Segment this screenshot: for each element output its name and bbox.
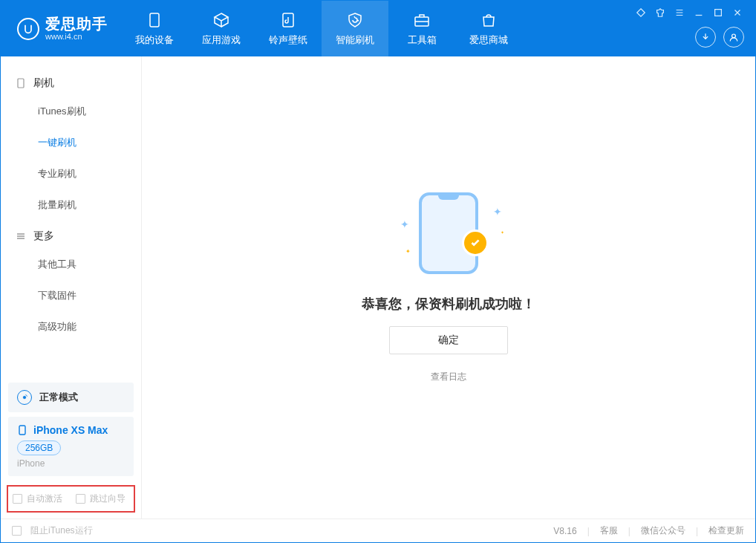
checkmark-badge-icon [462,230,489,256]
sidebar-group-more: 更多 [1,221,141,249]
cube-icon [212,10,231,30]
nav-smart-flash[interactable]: 智能刷机 [322,1,388,56]
device-card[interactable]: iPhone XS Max 256GB iPhone [8,417,134,476]
svg-point-4 [732,34,736,38]
sidebar-group-flash: 刷机 [1,68,141,96]
body: 刷机 iTunes刷机 一键刷机 专业刷机 批量刷机 更多 其他工具 下载固件 … [1,56,755,518]
svg-rect-7 [19,426,25,435]
device-phone-icon [17,425,27,435]
device-storage: 256GB [17,440,61,455]
checkbox-block-itunes[interactable]: 阻止iTunes运行 [12,524,93,537]
sidebar-item-other-tools[interactable]: 其他工具 [1,249,141,280]
briefcase-icon [412,10,431,30]
sidebar-item-download-firmware[interactable]: 下载固件 [1,280,141,311]
svg-rect-5 [18,79,24,88]
checkbox-skip-guide[interactable]: 跳过向导 [76,492,126,505]
header: 爱思助手 www.i4.cn 我的设备 应用游戏 铃声壁纸 智能刷机 [1,1,755,56]
logo[interactable]: 爱思助手 www.i4.cn [1,1,121,56]
nav-ringtones-wallpapers[interactable]: 铃声壁纸 [255,1,322,56]
maximize-icon[interactable] [712,7,724,19]
sidebar-item-pro-flash[interactable]: 专业刷机 [1,158,141,189]
view-log-link[interactable]: 查看日志 [431,371,466,383]
app-window: 爱思助手 www.i4.cn 我的设备 应用游戏 铃声壁纸 智能刷机 [0,0,756,543]
statusbar: 阻止iTunes运行 V8.16 | 客服 | 微信公众号 | 检查更新 [1,518,755,542]
status-link-wechat[interactable]: 微信公众号 [641,524,685,537]
checkbox-auto-activate[interactable]: 自动激活 [13,492,62,505]
shop-bag-icon [479,10,498,30]
download-button[interactable] [695,27,716,48]
close-icon[interactable] [731,7,743,19]
app-domain: www.i4.cn [45,33,108,41]
sparkle-icon: ✦ [501,230,504,235]
phone-icon [145,10,164,30]
success-message: 恭喜您，保资料刷机成功啦！ [362,295,535,313]
nav-my-device[interactable]: 我的设备 [121,1,188,56]
sidebar-item-advanced[interactable]: 高级功能 [1,311,141,342]
main-content: ✦ ✦ ✦ ✦ 恭喜您，保资料刷机成功啦！ 确定 查看日志 [142,56,755,518]
device-type: iPhone [17,458,125,469]
mode-card[interactable]: 正常模式 [8,383,134,412]
svg-point-6 [23,396,26,399]
device-name: iPhone XS Max [33,424,108,436]
account-button[interactable] [723,27,744,48]
music-file-icon [278,10,298,30]
logo-icon [17,18,39,40]
success-illustration: ✦ ✦ ✦ ✦ [382,192,515,282]
nav-apps-games[interactable]: 应用游戏 [188,1,255,56]
sidebar-item-onekey-flash[interactable]: 一键刷机 [1,127,141,158]
sparkle-icon: ✦ [400,218,409,230]
svg-rect-3 [715,10,722,16]
sparkle-icon: ✦ [493,206,502,218]
options-highlight-box: 自动激活 跳过向导 [7,485,135,513]
svg-rect-0 [150,13,159,27]
nav: 我的设备 应用游戏 铃声壁纸 智能刷机 工具箱 爱思商城 [121,1,522,56]
ok-button[interactable]: 确定 [389,326,508,354]
skin-icon[interactable] [654,7,666,19]
device-icon [16,78,26,88]
nav-store[interactable]: 爱思商城 [455,1,522,56]
sparkle-icon: ✦ [405,248,411,255]
more-icon [16,231,26,241]
sidebar-item-batch-flash[interactable]: 批量刷机 [1,189,141,221]
mode-label: 正常模式 [39,391,78,404]
version-label: V8.16 [553,526,576,536]
refresh-shield-icon [345,10,365,30]
u-icon [22,23,34,35]
menu-icon[interactable] [674,7,685,19]
sidebar-item-itunes-flash[interactable]: iTunes刷机 [1,96,141,127]
sidebar: 刷机 iTunes刷机 一键刷机 专业刷机 批量刷机 更多 其他工具 下载固件 … [1,56,142,518]
app-name: 爱思助手 [45,16,108,31]
feedback-icon[interactable] [635,7,647,19]
minimize-icon[interactable] [693,7,705,19]
status-link-update[interactable]: 检查更新 [708,524,744,537]
status-link-support[interactable]: 客服 [600,524,618,537]
nav-toolbox[interactable]: 工具箱 [388,1,455,56]
mode-normal-icon [17,390,32,405]
